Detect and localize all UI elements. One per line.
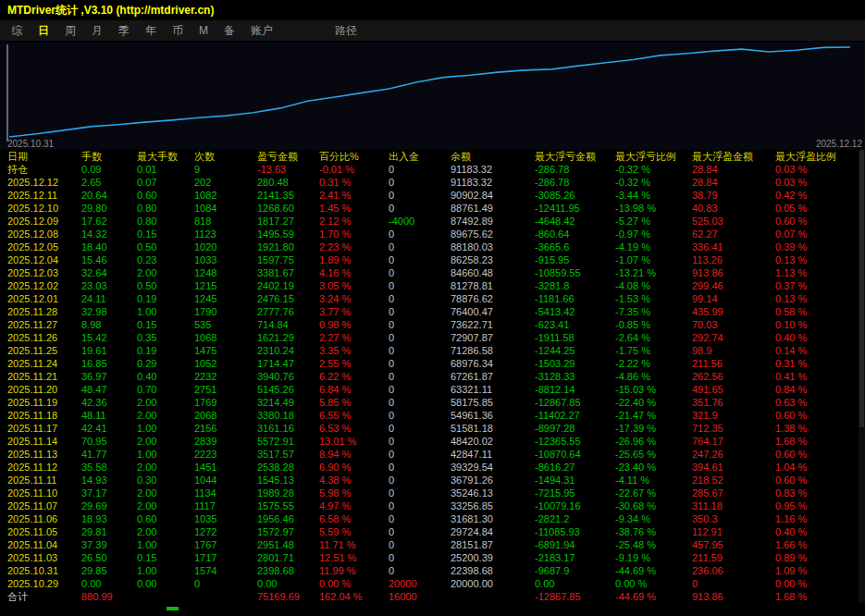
column-header[interactable]: 出入金: [389, 150, 451, 163]
table-row[interactable]: 2025.11.0326.500.1517172801.7112.51 %025…: [0, 551, 865, 564]
table-cell: 0: [389, 279, 451, 292]
table-row[interactable]: 2025.11.1848.112.0020683380.186.55 %0549…: [0, 409, 865, 422]
table-cell: 6.90 %: [319, 461, 389, 474]
table-cell: 2141.35: [257, 189, 319, 202]
table-row[interactable]: 2025.11.1235.582.0014512538.286.90 %0393…: [0, 461, 865, 474]
table-row[interactable]: 2025.11.2416.850.2910521714.472.55 %0689…: [0, 357, 865, 370]
table-row[interactable]: 2025.10.3129.851.0015742398.6811.99 %022…: [0, 564, 865, 577]
column-header[interactable]: 次数: [194, 150, 257, 163]
table-cell: 162.04 %: [319, 590, 389, 603]
menu-item-m[interactable]: M: [194, 24, 213, 37]
table-cell: 2.55 %: [319, 357, 389, 370]
table-row[interactable]: 2025.11.0729.692.0011171575.554.97 %0332…: [0, 499, 865, 512]
table-row[interactable]: 2025.12.0124.110.1912452476.153.24 %0788…: [0, 292, 865, 305]
table-row-total[interactable]: 合计880.9975169.69162.04 %16000-12867.85-4…: [0, 590, 865, 603]
table-row[interactable]: 2025.11.0529.812.0012721572.975.59 %0297…: [0, 525, 865, 538]
table-cell: -7215.95: [535, 487, 615, 499]
table-row[interactable]: 2025.12.1029.800.8010841268.601.45 %0887…: [0, 202, 865, 215]
menu-item-quarterly[interactable]: 季: [114, 23, 134, 39]
table-cell: 1989.28: [257, 487, 319, 499]
table-cell: 0.37 %: [775, 279, 865, 292]
table-row[interactable]: 2025.12.0814.320.1511231495.591.70 %0896…: [0, 228, 865, 240]
table-cell: 1717: [194, 551, 257, 564]
table-row[interactable]: 2025.11.2615.420.3510681621.292.27 %0729…: [0, 331, 865, 344]
table-cell: -1244.25: [535, 344, 615, 357]
stats-table: 日期手数最大手数次数盈亏金额百分比%出入金余额最大浮亏金额最大浮亏比例最大浮盈金…: [0, 150, 865, 603]
table-cell: 112.91: [692, 525, 775, 538]
menu-item-account[interactable]: 账户: [246, 23, 278, 39]
table-cell: 19.61: [81, 344, 137, 357]
table-cell: 0: [389, 396, 451, 409]
table-scrollbar[interactable]: [859, 150, 865, 603]
scrollbar-thumb[interactable]: [859, 150, 864, 427]
table-cell: -15.03 %: [615, 383, 692, 396]
equity-chart: 2025.10.31 2025.12.12: [0, 42, 865, 150]
column-header[interactable]: 盈亏金额: [257, 150, 319, 163]
table-row[interactable]: 2025.11.278.980.15535714.840.98 %073622.…: [0, 318, 865, 331]
table-cell: 0.00 %: [615, 577, 692, 590]
table-row[interactable]: 2025.10.290.000.0000.000.00 %2000020000.…: [0, 577, 865, 590]
table-row[interactable]: 2025.11.1037.172.0011341989.285.98 %0352…: [0, 487, 865, 499]
table-row[interactable]: 2025.12.0415.460.2310331597.751.89 %0862…: [0, 253, 865, 266]
table-row[interactable]: 2025.11.1114.930.3010441545.134.38 %0367…: [0, 474, 865, 487]
table-row[interactable]: 2025.11.2832.981.0017902777.763.77 %0764…: [0, 305, 865, 318]
menu-item-note[interactable]: 备: [219, 23, 240, 39]
table-row[interactable]: 2025.12.1120.640.6010822141.352.41 %0909…: [0, 189, 865, 202]
table-cell: 0.07: [137, 176, 194, 189]
menu-item-weekly[interactable]: 周: [60, 23, 80, 39]
table-cell: 0: [389, 176, 451, 189]
table-cell: 2025.11.12: [7, 461, 81, 474]
table-cell: 1.66 %: [775, 538, 865, 551]
table-cell: -4.11 %: [615, 474, 692, 487]
table-row[interactable]: 2025.12.122.650.07202280.480.31 %091183.…: [0, 176, 865, 189]
menu-item-daily[interactable]: 日: [33, 23, 54, 39]
column-header[interactable]: 手数: [81, 150, 137, 163]
column-header[interactable]: 最大浮亏金额: [535, 150, 615, 163]
table-cell: 3214.49: [257, 396, 319, 409]
table-row[interactable]: 2025.12.0223.030.5012152402.193.05 %0812…: [0, 279, 865, 292]
menu-item-summary[interactable]: 综: [6, 23, 27, 39]
table-row[interactable]: 2025.11.0437.391.0017672951.4811.71 %028…: [0, 538, 865, 551]
table-cell: 29.85: [81, 564, 137, 577]
table-row[interactable]: 2025.12.0917.620.808181817.272.12 %-4000…: [0, 215, 865, 228]
table-cell: 0.60: [137, 189, 194, 202]
table-cell: -23.40 %: [615, 461, 692, 474]
table-row-position[interactable]: 持仓0.090.019-13.63-0.01 %091183.32-286.78…: [0, 163, 865, 176]
column-header[interactable]: 最大浮盈金额: [692, 150, 775, 163]
table-row[interactable]: 2025.12.0332.642.0012483381.674.16 %0846…: [0, 266, 865, 279]
menu-item-monthly[interactable]: 月: [87, 23, 107, 39]
table-row[interactable]: 2025.11.1341.771.0022233517.578.94 %0428…: [0, 448, 865, 461]
table-cell: 0.00: [81, 577, 137, 590]
table-cell: 71286.58: [451, 344, 535, 357]
table-cell: 91183.32: [451, 163, 535, 176]
table-row[interactable]: 2025.11.2048.470.7027515145.266.84 %0633…: [0, 383, 865, 396]
table-row[interactable]: 2025.11.2136.970.4022323940.766.22 %0672…: [0, 370, 865, 383]
table-row[interactable]: 2025.11.1942.362.0017693214.495.85 %0581…: [0, 396, 865, 409]
table-cell: 0.60 %: [775, 448, 865, 461]
menu-item-yearly[interactable]: 年: [141, 23, 161, 39]
menu-item-currency[interactable]: 币: [167, 23, 188, 39]
table-cell: 0.98 %: [319, 318, 389, 331]
table-row[interactable]: 2025.11.1470.952.0028395572.9113.01 %048…: [0, 435, 865, 448]
table-cell: 6.55 %: [319, 409, 389, 422]
path-button[interactable]: 路径: [335, 23, 357, 39]
table-cell: 1.45 %: [319, 202, 389, 215]
table-cell: 714.84: [257, 318, 319, 331]
column-header[interactable]: 余额: [451, 150, 535, 163]
column-header[interactable]: 最大手数: [137, 150, 194, 163]
table-cell: 2025.11.20: [7, 383, 81, 396]
column-header[interactable]: 日期: [7, 150, 81, 163]
table-cell: 32.98: [81, 305, 137, 318]
table-row[interactable]: 2025.11.1742.411.0021563161.166.53 %0515…: [0, 422, 865, 435]
column-header[interactable]: 最大浮亏比例: [615, 150, 692, 163]
table-cell: 0: [389, 318, 451, 331]
column-header[interactable]: 百分比%: [319, 150, 389, 163]
table-row[interactable]: 2025.12.0518.400.5010201921.802.23 %0881…: [0, 240, 865, 253]
table-row[interactable]: 2025.11.2519.610.1914752310.243.35 %0712…: [0, 344, 865, 357]
table-cell: 2156: [194, 422, 257, 435]
column-header[interactable]: 最大浮盈比例: [775, 150, 865, 163]
table-cell: -4.08 %: [615, 279, 692, 292]
table-cell: 18.40: [81, 240, 137, 253]
table-row[interactable]: 2025.11.0618.930.6010351956.466.58 %0316…: [0, 512, 865, 525]
table-cell: 0: [194, 577, 257, 590]
